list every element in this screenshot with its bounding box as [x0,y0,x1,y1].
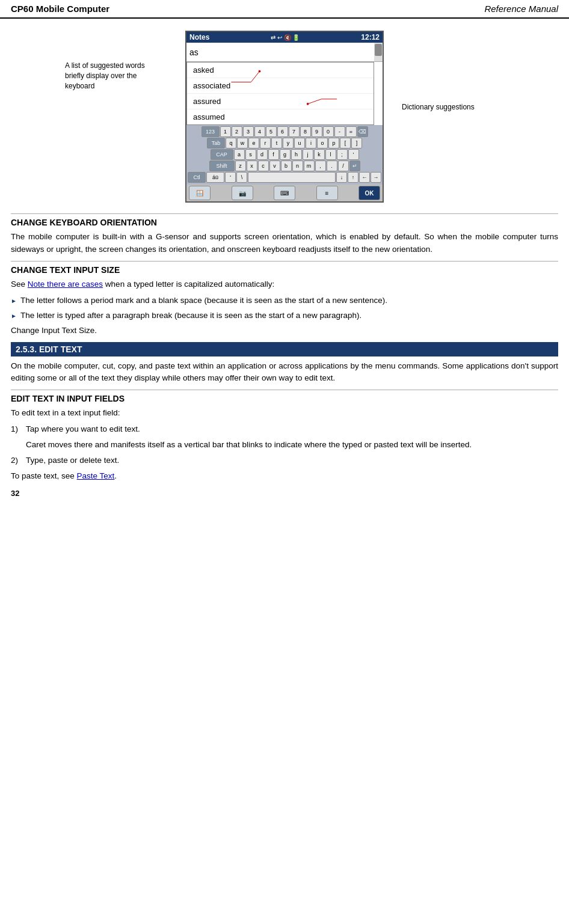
annotation-left: A list of suggested words briefly displa… [65,61,161,91]
scrollbar[interactable] [374,43,383,61]
key-123[interactable]: 123 [201,126,220,137]
keyboard: 123 1 2 3 4 5 6 7 8 9 0 - = [186,125,383,185]
annotation-container: A list of suggested words briefly displa… [185,31,384,203]
key-comma[interactable]: , [315,161,326,171]
step-1-text: Tap where you want to edit text. [26,423,140,436]
key-minus[interactable]: - [334,126,345,137]
key-right[interactable]: → [371,172,381,183]
key-space[interactable] [248,172,336,183]
keyboard-row-3: CAP a s d f g h j k l ; ' [188,149,381,160]
bullet-text-2: The letter is typed after a paragraph br… [20,310,361,322]
key-enter[interactable]: ↵ [349,161,360,171]
main-content: A list of suggested words briefly displa… [0,19,569,504]
key-r[interactable]: r [260,138,271,148]
key-shift[interactable]: Shift [209,161,235,171]
key-slash[interactable]: / [338,161,349,171]
key-rbracket[interactable]: ] [351,138,362,148]
key-equals[interactable]: = [346,126,357,137]
key-x[interactable]: x [247,161,257,171]
key-6[interactable]: 6 [277,126,288,137]
key-s[interactable]: s [245,149,256,160]
key-backspace[interactable]: ⌫ [357,126,368,137]
divider-3 [11,390,558,390]
key-z[interactable]: z [235,161,246,171]
paste-text-link[interactable]: Paste Text [77,471,115,480]
key-o[interactable]: o [317,138,328,148]
key-g[interactable]: g [280,149,291,160]
key-auu[interactable]: áü [206,172,224,183]
key-apos2[interactable]: ' [225,172,236,183]
key-semicolon[interactable]: ; [337,149,348,160]
key-a[interactable]: a [234,149,245,160]
key-w[interactable]: w [237,138,248,148]
key-d[interactable]: d [257,149,268,160]
status-icons: ⇄ ↩ 🔇 🔋 [271,34,300,41]
key-8[interactable]: 8 [300,126,311,137]
text-see-note: See Note there are cases when a typed le… [11,278,558,291]
key-backslash[interactable]: \ [236,172,247,183]
key-m[interactable]: m [304,161,315,171]
taskbar: 🪟 📷 ⌨ ≡ OK [186,185,383,201]
step-2: 2) Type, paste or delete text. [11,454,558,467]
key-7[interactable]: 7 [289,126,300,137]
key-2[interactable]: 2 [232,126,242,137]
key-q[interactable]: q [226,138,236,148]
suggestion-associated[interactable]: associated [187,78,374,94]
key-4[interactable]: 4 [254,126,265,137]
key-3[interactable]: 3 [243,126,254,137]
keyboard-row-2: Tab q w e r t y u i o p [ ] [188,138,381,148]
bullet-item-2: ► The letter is typed after a paragraph … [11,310,558,322]
key-y[interactable]: y [283,138,294,148]
key-l[interactable]: l [325,149,336,160]
key-t[interactable]: t [271,138,282,148]
step-1-detail: Caret moves there and manifests itself a… [26,439,558,451]
key-f[interactable]: f [268,149,279,160]
key-c[interactable]: c [258,161,269,171]
document-subtitle: Reference Manual [484,4,558,14]
divider-2 [11,261,558,262]
phone-screen: Notes ⇄ ↩ 🔇 🔋 12:12 as asked [186,32,383,201]
key-tab[interactable]: Tab [207,138,225,148]
key-h[interactable]: h [291,149,302,160]
note-link[interactable]: Note there are cases [28,280,103,289]
suggestion-assumed[interactable]: assumed [187,109,374,124]
text-paste-note: To paste text, see Paste Text. [11,470,558,483]
typed-text: as [189,47,198,57]
key-9[interactable]: 9 [312,126,322,137]
taskbar-ok[interactable]: OK [358,186,380,200]
scrollbar-thumb [375,44,382,56]
key-b[interactable]: b [281,161,292,171]
text-change-input-size: Change Input Text Size. [11,325,558,337]
taskbar-camera[interactable]: 📷 [232,186,253,200]
taskbar-keyboard[interactable]: ⌨ [274,186,295,200]
key-k[interactable]: k [314,149,325,160]
taskbar-windows[interactable]: 🪟 [189,186,211,200]
text-edit-text-intro: On the mobile computer, cut, copy, and p… [11,360,558,385]
key-n[interactable]: n [292,161,303,171]
key-up[interactable]: ↑ [348,172,358,183]
key-down[interactable]: ↓ [336,172,347,183]
status-time: 12:12 [361,33,380,41]
taskbar-menu[interactable]: ≡ [316,186,338,200]
key-lbracket[interactable]: [ [340,138,351,148]
key-v[interactable]: v [269,161,280,171]
key-i[interactable]: i [306,138,316,148]
key-1[interactable]: 1 [220,126,231,137]
key-cap[interactable]: CAP [211,149,233,160]
keyboard-row-4: Shift z x c v b n m , . / ↵ [188,161,381,171]
suggestion-assured[interactable]: assured [187,94,374,109]
suggestion-asked[interactable]: asked [187,63,374,78]
key-0[interactable]: 0 [323,126,334,137]
key-j[interactable]: j [303,149,313,160]
step-2-text: Type, paste or delete text. [26,454,119,467]
text-change-keyboard: The mobile computer is built-in with a G… [11,231,558,256]
key-left[interactable]: ← [359,172,370,183]
key-e[interactable]: e [248,138,259,148]
key-period[interactable]: . [327,161,337,171]
key-quote[interactable]: ' [348,149,359,160]
key-5[interactable]: 5 [266,126,277,137]
key-u[interactable]: u [294,138,305,148]
key-p[interactable]: p [328,138,339,148]
key-ctl[interactable]: Ctl [188,172,206,183]
section-edit-text-header: 2.5.3. EDIT TEXT [11,342,558,356]
